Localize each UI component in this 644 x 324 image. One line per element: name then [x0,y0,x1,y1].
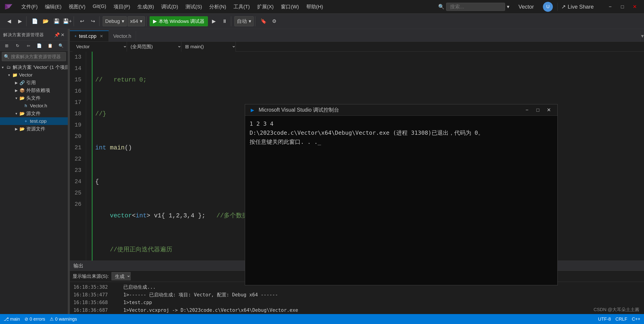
tab-vectorh[interactable]: Vector.h [109,30,136,41]
vectorh-label: Vector.h [29,103,68,108]
tab-testcpp-icon: + [74,34,77,39]
tree-item-headers[interactable]: ▾ 📂 头文件 [0,94,68,102]
debug-config-dropdown[interactable]: Debug ▾ [103,16,127,26]
run-label: 本地 Windows 调试器 [159,18,204,24]
menu-project[interactable]: 项目(P) [110,2,133,11]
breadcrumb-scope[interactable]: (全局范围) [127,42,181,52]
menu-extensions[interactable]: 扩展(X) [254,2,277,11]
tab-testcpp[interactable]: + test.cpp ✕ [70,30,109,41]
breadcrumb-namespace[interactable]: Vector [72,42,127,52]
menu-analyze[interactable]: 分析(N) [206,2,230,11]
new-file-button[interactable]: 📄 [30,16,40,26]
menu-bar: 文件(F) 编辑(E) 视图(V) Git(G) 项目(P) 生成(B) 调试(… [18,2,326,11]
search-input[interactable] [446,3,505,11]
tab-testcpp-label: test.cpp [79,33,96,39]
solution-explorer: 解决方案资源管理器 📌 ✕ ⊞ ↻ ⇦ 📄 📋 🔍 🔍 搜索解决方案资源管理器 [0,29,68,324]
output-line-3: 16:18:35:668 1>test.cpp [74,299,640,306]
toolbar-file-group: 📄 📂 💾 💾+ [28,16,74,26]
auto-dropdown[interactable]: 自动 ▾ [234,16,254,26]
continue-button[interactable]: ▶ [209,16,219,26]
tab-overflow-button[interactable]: ▾ [640,30,644,41]
close-sidebar-button[interactable]: ✕ [61,32,64,38]
toolbar-extra: 🔖 ⚙ [257,16,281,26]
output-time-4: 16:18:36:687 [74,308,119,313]
tree-item-resources[interactable]: ▶ 📂 资源文件 [0,125,68,133]
output-panel-title: 输出 [74,262,84,269]
filter-button[interactable]: ⇦ [24,41,34,51]
menu-test[interactable]: 测试(S) [182,2,205,11]
tree-arrow-resources: ▶ [14,126,19,132]
toolbar-run-group: ▶ 本地 Windows 调试器 ▶ ⏸ [148,16,231,26]
status-branch: ⎇ main [4,316,20,322]
forward-button[interactable]: ▶ [15,16,25,26]
run-icon: ▶ [153,18,157,24]
tree-item-external[interactable]: ▶ 📦 外部依赖项 [0,86,68,94]
tree-item-vectorh[interactable]: h Vector.h [0,102,68,110]
output-text-1: 已启动生成... [123,284,156,290]
tree-item-solution[interactable]: ▾ 🗂 解决方案 'Vector' (1 个项目) [0,63,68,71]
console-app-icon: ▶ [249,106,256,114]
properties-button[interactable]: 📋 [45,41,55,51]
sidebar-resize-handle[interactable] [68,29,70,324]
menu-view[interactable]: 视图(V) [66,2,88,11]
minimize-button[interactable]: − [604,2,616,11]
console-title-text: Microsoft Visual Studio 调试控制台 [259,106,519,113]
save-button[interactable]: 💾 [52,16,62,26]
show-files-button[interactable]: 📄 [34,41,44,51]
menu-build[interactable]: 生成(B) [134,2,157,11]
open-folder-button[interactable]: 📂 [40,16,50,26]
live-share-button[interactable]: ↗ Live Share [558,3,597,11]
menu-debug[interactable]: 调试(D) [158,2,181,11]
tab-testcpp-close[interactable]: ✕ [99,33,104,39]
menu-edit[interactable]: 编辑(E) [42,2,64,11]
arch-dropdown[interactable]: x64 ▾ [128,16,145,26]
external-icon: 📦 [19,87,26,94]
settings-button[interactable]: ⚙ [269,16,279,26]
tree-arrow-headers: ▾ [14,95,19,101]
pin-button[interactable]: 📌 [54,32,60,38]
solution-icon: 🗂 [6,64,12,70]
console-window: ▶ Microsoft Visual Studio 调试控制台 − □ ✕ 1 … [245,104,558,285]
solution-explorer-header: 解决方案资源管理器 📌 ✕ [0,29,68,41]
output-source-select[interactable]: 生成 [112,272,130,280]
tab-bar: + test.cpp ✕ Vector.h ▾ [70,29,644,42]
redo-button[interactable]: ↪ [88,16,98,26]
line-numbers: 13 14 15 16 17 18 19 20 21 22 23 24 25 2… [70,52,86,261]
console-output-line1: 1 2 3 4 [250,119,553,128]
tree-item-references[interactable]: ▶ 🔗 引用 [0,79,68,86]
refresh-button[interactable]: ↻ [13,41,23,51]
console-maximize-button[interactable]: □ [533,106,543,114]
menu-git[interactable]: Git(G) [90,2,110,11]
tree-item-sources[interactable]: ▾ 📂 源文件 [0,110,68,117]
console-close-button[interactable]: ✕ [544,106,554,114]
project-title: Vector [514,4,538,10]
menu-tools[interactable]: 工具(T) [230,2,253,11]
console-minimize-button[interactable]: − [522,106,532,114]
bookmark-button[interactable]: 🔖 [258,16,268,26]
menu-help[interactable]: 帮助(H) [303,2,326,11]
maximize-button[interactable]: □ [617,2,628,11]
collapse-all-button[interactable]: ⊞ [2,41,12,51]
status-encoding: UTF-8 [598,317,611,322]
breadcrumb-bar: Vector (全局范围) ⊞ main() [70,42,644,52]
back-button[interactable]: ◀ [4,16,14,26]
sidebar-search-placeholder: 搜索解决方案资源管理器 [11,54,61,60]
vector-label: Vector [18,72,68,78]
output-text-3: 1>test.cpp [123,300,152,305]
breadcrumb-function[interactable]: ⊞ main() [181,42,236,52]
search-sidebar-button[interactable]: 🔍 [56,41,66,51]
vs-logo [4,2,14,12]
menu-window[interactable]: 窗口(W) [278,2,302,11]
menu-file[interactable]: 文件(F) [18,2,41,11]
solution-explorer-title: 解决方案资源管理器 [3,32,44,38]
run-button[interactable]: ▶ 本地 Windows 调试器 [150,16,208,26]
undo-button[interactable]: ↩ [77,16,87,26]
sidebar-search-box[interactable]: 🔍 搜索解决方案资源管理器 [2,52,66,61]
save-all-button[interactable]: 💾+ [62,16,72,26]
tree-item-vector[interactable]: ▾ 📁 Vector [0,71,68,79]
close-button[interactable]: ✕ [629,2,640,11]
references-label: 引用 [26,79,68,86]
pause-button[interactable]: ⏸ [220,16,230,26]
vector-icon: 📁 [12,72,18,78]
tree-item-testcpp[interactable]: + test.cpp [0,117,68,125]
